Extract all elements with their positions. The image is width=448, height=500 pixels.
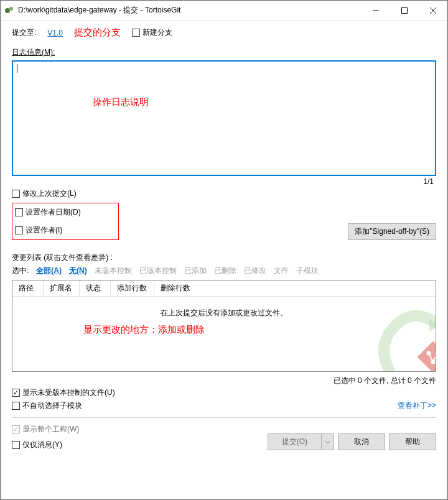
checkbox-icon <box>12 402 20 410</box>
checkbox-icon <box>15 208 23 216</box>
checkbox-icon <box>12 425 20 433</box>
titlebar: D:\work\gitdata\edge-gateway - 提交 - Tort… <box>1 1 447 21</box>
col-path[interactable]: 路径 <box>12 280 44 296</box>
checkbox-icon <box>132 29 140 37</box>
filter-deleted: 已删除 <box>214 266 236 276</box>
commit-button-group: 提交(O) <box>268 433 334 450</box>
filter-submodule: 子模块 <box>296 266 319 276</box>
line-counter: 1/1 <box>423 177 434 186</box>
changes-title: 变更列表 (双击文件查看差异) : <box>12 252 436 263</box>
anno-changes: 显示更改的地方：添加或删除 <box>83 324 205 336</box>
set-date-label: 设置作者日期(D) <box>26 207 81 218</box>
svg-rect-6 <box>418 341 436 372</box>
anno-branch: 提交的分支 <box>74 27 121 39</box>
svg-point-0 <box>5 8 10 13</box>
filter-versioned: 已版本控制 <box>139 266 177 276</box>
amend-checkbox[interactable]: 修改上次提交(L) <box>12 188 436 199</box>
filter-all[interactable]: 全部(A) <box>36 266 62 276</box>
log-message-label[interactable]: 日志信息(M): <box>12 47 436 58</box>
checkbox-icon <box>12 441 20 449</box>
show-whole-project-checkbox: 显示整个工程(W) <box>12 424 79 435</box>
svg-rect-3 <box>402 7 408 13</box>
minimize-button[interactable] <box>362 1 390 20</box>
selection-summary: 已选中 0 个文件, 总计 0 个文件 <box>334 376 436 386</box>
filter-unversioned: 未版本控制 <box>95 266 132 276</box>
select-label: 选中: <box>12 266 29 276</box>
changes-list[interactable]: 路径 扩展名 状态 添加行数 删除行数 在上次提交后没有添加或更改过文件。 显示… <box>12 280 436 372</box>
maximize-button[interactable] <box>390 1 419 20</box>
col-ext[interactable]: 扩展名 <box>44 280 80 296</box>
checkbox-icon <box>15 226 23 234</box>
window-title: D:\work\gitdata\edge-gateway - 提交 - Tort… <box>18 5 362 16</box>
col-addlines[interactable]: 添加行数 <box>111 280 154 296</box>
col-dellines[interactable]: 删除行数 <box>154 280 198 296</box>
col-status[interactable]: 状态 <box>80 280 111 296</box>
show-unversioned-checkbox[interactable]: 显示未受版本控制的文件(U) <box>12 387 115 398</box>
filter-row: 选中: 全部(A) 无(N) 未版本控制 已版本控制 已添加 已删除 已修改 文… <box>12 266 436 276</box>
author-options-box: 设置作者日期(D) 设置作者(I) <box>12 203 119 240</box>
new-branch-label: 新建分支 <box>142 27 172 38</box>
filter-none[interactable]: 无(N) <box>69 266 87 276</box>
set-date-checkbox[interactable]: 设置作者日期(D) <box>15 207 112 218</box>
new-branch-checkbox[interactable]: 新建分支 <box>132 27 172 38</box>
commit-to-label: 提交至: <box>12 27 36 38</box>
only-message-checkbox[interactable]: 仅仅消息(Y) <box>12 440 79 450</box>
checkbox-icon <box>12 190 20 198</box>
only-message-label: 仅仅消息(Y) <box>22 440 62 450</box>
git-watermark-icon <box>367 301 436 372</box>
show-unversioned-label: 显示未受版本控制的文件(U) <box>22 387 115 398</box>
close-button[interactable] <box>419 1 447 20</box>
filter-modified: 已修改 <box>244 266 266 276</box>
commit-button[interactable]: 提交(O) <box>268 433 322 450</box>
no-auto-submodule-checkbox[interactable]: 不自动选择子模块 <box>12 400 82 411</box>
filter-added: 已添加 <box>184 266 207 276</box>
no-auto-submodule-label: 不自动选择子模块 <box>22 400 82 411</box>
commit-dropdown[interactable] <box>322 433 334 450</box>
amend-label: 修改上次提交(L) <box>22 188 77 199</box>
set-author-checkbox[interactable]: 设置作者(I) <box>15 225 112 236</box>
anno-logmsg: 操作日志说明 <box>93 96 149 108</box>
show-whole-label: 显示整个工程(W) <box>22 424 79 435</box>
branch-link[interactable]: V1.0 <box>47 29 63 37</box>
signed-off-button[interactable]: 添加"Signed-off-by"(S) <box>348 223 436 240</box>
svg-point-1 <box>9 7 13 11</box>
checkbox-icon <box>12 389 20 397</box>
help-button[interactable]: 帮助 <box>389 433 436 450</box>
set-author-label: 设置作者(I) <box>26 225 62 236</box>
cancel-button[interactable]: 取消 <box>338 433 385 450</box>
view-patch-link[interactable]: 查看补丁>> <box>398 400 436 411</box>
app-icon <box>4 6 14 16</box>
log-message-textarea[interactable]: 操作日志说明 <box>12 60 436 176</box>
list-header: 路径 扩展名 状态 添加行数 删除行数 <box>12 280 436 297</box>
filter-file: 文件 <box>274 266 289 276</box>
chevron-down-icon <box>325 440 330 445</box>
